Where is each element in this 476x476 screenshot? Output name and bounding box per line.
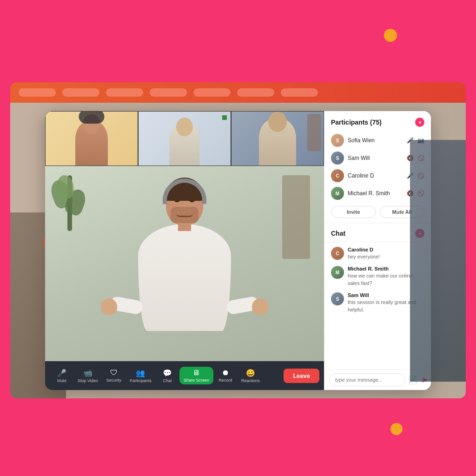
chat-section-title: Chat	[331, 230, 345, 237]
reactions-icon: 😀	[246, 369, 255, 377]
participant-name-sofia: Sofia Wien	[348, 137, 403, 144]
participant-name-michael: Michael R. Smith	[348, 190, 403, 197]
record-icon: ⏺	[222, 369, 229, 377]
avatar-michael: M	[331, 187, 344, 200]
header-pill-3	[106, 88, 143, 97]
toolbar-buttons-left: 🎤 Mute 📹 Stop Video 🛡 Security	[50, 367, 264, 385]
thumbnail-3	[231, 111, 324, 166]
thumbnail-row	[45, 111, 324, 166]
participants-label: Participants	[130, 378, 152, 383]
video-card: 🎤 Mute 📹 Stop Video 🛡 Security	[45, 111, 431, 390]
participant-name-caroline: Caroline D	[348, 172, 403, 179]
chat-text-caroline: hey everyone!	[348, 253, 380, 260]
security-label: Security	[106, 378, 122, 383]
chat-sender-caroline: Caroline D	[348, 247, 380, 252]
header-pill-4	[150, 88, 187, 97]
reactions-button[interactable]: 😀 Reactions	[238, 367, 264, 385]
right-audience-bg	[410, 140, 466, 382]
header-pill-6	[237, 88, 274, 97]
share-screen-button[interactable]: 🖥 Share Screen	[179, 367, 213, 384]
avatar-sofia: S	[331, 134, 344, 147]
plant-decor	[57, 175, 82, 259]
avatar-sam: S	[331, 152, 344, 165]
stop-video-button[interactable]: 📹 Stop Video	[74, 367, 102, 385]
leave-button[interactable]: Leave	[284, 369, 319, 383]
toolbar: 🎤 Mute 📹 Stop Video 🛡 Security	[45, 361, 324, 390]
chat-avatar-caroline: C	[331, 247, 344, 260]
video-area: 🎤 Mute 📹 Stop Video 🛡 Security	[45, 111, 324, 390]
app-background: 🎤 Mute 📹 Stop Video 🛡 Security	[0, 0, 476, 476]
header-pill-1	[19, 88, 56, 97]
thumbnail-2	[138, 111, 231, 166]
chat-avatar-sam: S	[331, 292, 344, 305]
chat-message-input[interactable]	[329, 373, 405, 386]
security-button[interactable]: 🛡 Security	[102, 367, 126, 384]
main-presenter-area	[45, 166, 324, 361]
stop-video-label: Stop Video	[78, 378, 98, 383]
reactions-label: Reactions	[241, 378, 260, 383]
presenter-person	[138, 224, 231, 331]
participants-section-header: Participants (75) ▾	[331, 118, 424, 127]
record-label: Record	[218, 378, 232, 383]
main-area: 🎤 Mute 📹 Stop Video 🛡 Security	[10, 103, 466, 398]
participants-chevron[interactable]: ▾	[415, 118, 424, 127]
header-pill-5	[193, 88, 231, 97]
dot-bottom-right	[390, 423, 403, 435]
chat-label: Chat	[163, 378, 172, 383]
chat-avatar-michael: M	[331, 266, 344, 279]
security-icon: 🛡	[110, 369, 118, 377]
participant-name-sam: Sam Will	[348, 155, 403, 161]
participants-section-title: Participants (75)	[331, 119, 382, 126]
video-icon: 📹	[83, 369, 93, 377]
bookshelf-bg	[282, 175, 310, 259]
header-pill-7	[281, 88, 318, 97]
share-screen-icon: 🖥	[192, 369, 200, 377]
chat-button[interactable]: 💬 Chat	[155, 367, 179, 385]
mute-label: Mute	[57, 378, 66, 383]
mute-icon: 🎤	[57, 369, 66, 377]
avatar-caroline: C	[331, 169, 344, 182]
dot-top-right	[384, 29, 397, 42]
chat-icon: 💬	[163, 369, 172, 377]
share-screen-label: Share Screen	[184, 378, 209, 383]
thumbnail-1	[45, 111, 138, 166]
header-bar	[10, 82, 466, 103]
chat-content-caroline: Caroline D hey everyone!	[348, 247, 380, 260]
mute-button[interactable]: 🎤 Mute	[50, 367, 74, 385]
participants-icon: 👥	[136, 369, 145, 377]
record-button[interactable]: ⏺ Record	[213, 367, 238, 384]
participants-button[interactable]: 👥 Participants	[126, 367, 155, 385]
header-pill-2	[62, 88, 99, 97]
invite-button[interactable]: Invite	[331, 206, 376, 218]
conference-container: 🎤 Mute 📹 Stop Video 🛡 Security	[10, 82, 466, 398]
